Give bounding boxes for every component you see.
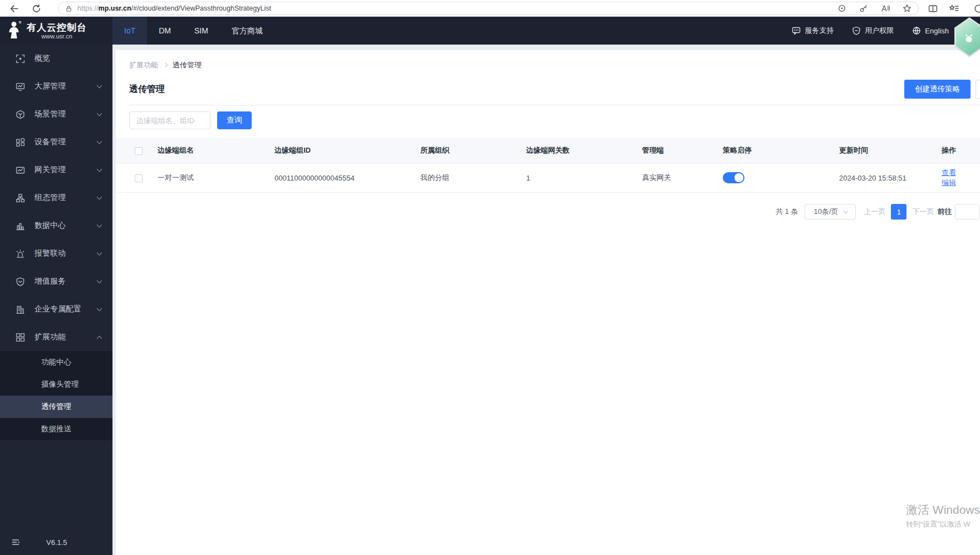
usr-logo[interactable]: 有人云控制台 www.usr.cn	[0, 17, 112, 45]
goto-page-input[interactable]	[955, 204, 979, 220]
chat-icon	[792, 26, 801, 35]
sidebar-item-extend-functions[interactable]: 扩展功能	[0, 323, 112, 351]
value-service-icon	[16, 277, 25, 286]
sidebar-item-value-services[interactable]: 增值服务	[0, 267, 112, 295]
chevron-down-icon	[97, 222, 102, 228]
search-input[interactable]	[129, 111, 210, 129]
sidebar-item-gateway-mgmt[interactable]: 网关管理	[0, 156, 112, 184]
select-all-checkbox[interactable]	[135, 147, 143, 155]
chevron-down-icon	[97, 278, 102, 284]
collections-icon[interactable]	[948, 2, 960, 14]
current-page-button[interactable]: 1	[891, 204, 906, 220]
edit-link[interactable]: 编辑	[942, 178, 956, 187]
cell-update-time: 2024-03-20 15:58:51	[832, 163, 934, 192]
breadcrumb-passthrough-mgmt: 透传管理	[173, 60, 202, 70]
sidebar-item-label: 扩展功能	[35, 332, 97, 342]
refresh-icon[interactable]	[30, 2, 42, 14]
create-passthrough-strategy-button[interactable]: 创建透传策略	[904, 80, 971, 99]
scene-icon	[16, 110, 25, 119]
view-link[interactable]: 查看	[942, 168, 956, 177]
shield-icon	[852, 26, 861, 35]
breadcrumb-extend-functions[interactable]: 扩展功能	[129, 60, 158, 70]
collapse-sidebar-icon[interactable]	[11, 538, 20, 547]
cell-organization: 我的分组	[413, 163, 519, 192]
logo-title: 有人云控制台	[27, 22, 87, 33]
sidebar-item-alarm-linkage[interactable]: 报警联动	[0, 240, 112, 267]
chevron-down-icon	[97, 250, 102, 256]
windows-activation-watermark: 激活 Windows 转到“设置”以激活 W	[906, 502, 980, 529]
chevron-down-icon	[97, 83, 102, 89]
language-link[interactable]: English	[912, 26, 949, 35]
tab-iot[interactable]: IoT	[112, 17, 147, 45]
next-page-button[interactable]: 下一页	[912, 207, 934, 217]
browser-profile-icon[interactable]	[972, 2, 980, 14]
nav-right: 服务支持 用户权限 English	[792, 17, 980, 45]
tab-dm[interactable]: DM	[147, 17, 183, 45]
chevron-down-icon	[97, 167, 102, 172]
page-title: 透传管理	[129, 84, 165, 95]
goto-label: 前往	[937, 207, 952, 217]
policy-toggle-on[interactable]	[723, 172, 744, 183]
sidebar-footer: V6.1.5	[0, 529, 112, 555]
nav-tabs: IoT DM SIM 官方商城	[112, 17, 275, 45]
extend-submenu: 功能中心 摄像头管理 透传管理 数据推送	[0, 351, 112, 440]
sidebar-subitem-camera-mgmt[interactable]: 摄像头管理	[0, 373, 112, 396]
col-update-time: 更新时间	[832, 138, 934, 163]
col-manager: 管理端	[635, 138, 716, 163]
col-gateway-count: 边缘端网关数	[519, 138, 635, 163]
chevron-right-icon	[163, 63, 168, 67]
sidebar-subitem-data-push[interactable]: 数据推送	[0, 418, 112, 440]
favorite-star-icon[interactable]	[903, 4, 912, 13]
scada-icon	[16, 193, 25, 203]
address-bar[interactable]: https://mp.usr.cn/#/cloud/extend/ViewPas…	[58, 2, 919, 15]
enterprise-icon	[16, 305, 25, 314]
table-row: 一对一测试 00011000000000045554 我的分组 1 真实网关 2…	[116, 163, 980, 192]
sidebar-item-label: 设备管理	[35, 137, 97, 147]
sidebar-subitem-passthrough-mgmt[interactable]: 透传管理	[0, 396, 112, 418]
screen-icon	[16, 82, 25, 91]
sidebar-item-scene-mgmt[interactable]: 场景管理	[0, 100, 112, 128]
split-screen-icon[interactable]	[927, 2, 939, 14]
datacenter-icon	[16, 221, 25, 231]
chevron-up-icon	[97, 335, 102, 341]
row-checkbox[interactable]	[135, 174, 143, 182]
chevron-down-icon	[97, 111, 102, 116]
search-button[interactable]: 查询	[217, 111, 252, 129]
sidebar-item-data-center[interactable]: 数据中心	[0, 212, 112, 240]
extend-icon	[16, 333, 25, 342]
col-actions: 操作	[934, 138, 980, 163]
secondary-button-cutoff[interactable]	[976, 80, 980, 99]
sidebar-item-enterprise-config[interactable]: 企业专属配置	[0, 295, 112, 323]
sidebar-item-overview[interactable]: 概览	[0, 45, 112, 72]
version-label: V6.1.5	[46, 538, 67, 547]
geolocation-icon[interactable]	[837, 4, 846, 13]
sidebar-item-label: 场景管理	[35, 109, 97, 119]
browser-chrome: https://mp.usr.cn/#/cloud/extend/ViewPas…	[0, 0, 980, 17]
prev-page-button[interactable]: 上一页	[864, 207, 885, 217]
sidebar-item-device-mgmt[interactable]: 设备管理	[0, 128, 112, 156]
sidebar-item-screen-mgmt[interactable]: 大屏管理	[0, 72, 112, 100]
sidebar: 概览 大屏管理 场景管理 设备管理 网关管理 组态管理	[0, 45, 112, 555]
user-permission-label: 用户权限	[865, 26, 894, 36]
page-size-value: 10条/页	[814, 207, 838, 217]
sidebar-subitem-function-center[interactable]: 功能中心	[0, 351, 112, 373]
cell-gateway-count: 1	[519, 163, 635, 192]
service-support-link[interactable]: 服务支持	[792, 26, 834, 36]
screen: https://mp.usr.cn/#/cloud/extend/ViewPas…	[0, 0, 980, 555]
col-group-id: 边缘端组ID	[267, 138, 413, 163]
sidebar-item-scada-mgmt[interactable]: 组态管理	[0, 184, 112, 212]
cell-group-name: 一对一测试	[150, 163, 267, 192]
usr-logo-icon	[6, 21, 23, 41]
watermark-line1: 激活 Windows	[906, 502, 980, 518]
breadcrumb: 扩展功能 透传管理	[129, 60, 202, 70]
read-aloud-icon[interactable]	[881, 4, 890, 13]
password-icon[interactable]	[859, 4, 868, 13]
chevron-down-icon	[843, 208, 847, 213]
user-permission-link[interactable]: 用户权限	[852, 26, 894, 36]
cell-manager: 真实网关	[635, 163, 716, 192]
tab-official-store[interactable]: 官方商城	[220, 17, 275, 45]
sidebar-item-label: 增值服务	[35, 276, 97, 286]
back-icon[interactable]	[8, 2, 20, 14]
tab-sim[interactable]: SIM	[183, 17, 220, 45]
page-size-select[interactable]: 10条/页	[805, 204, 856, 220]
